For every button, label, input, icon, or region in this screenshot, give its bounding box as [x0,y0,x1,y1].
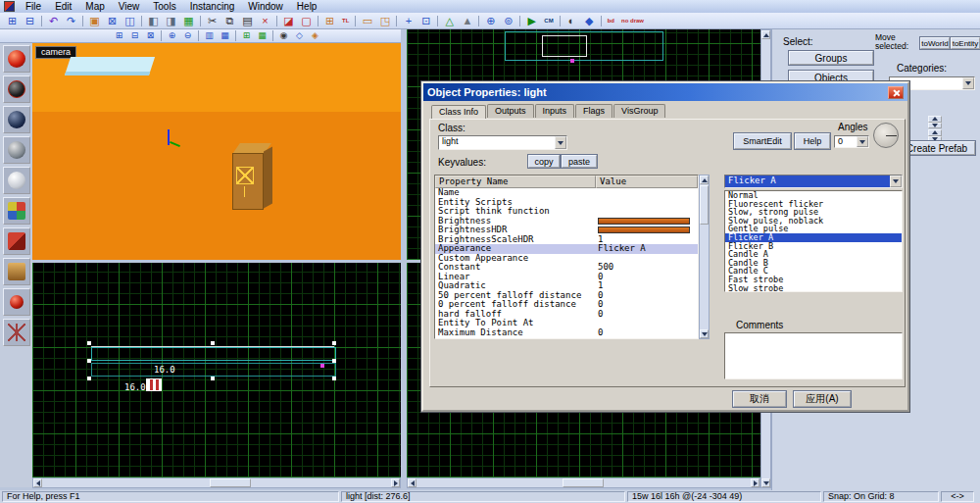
run-map-icon[interactable]: ▶ [523,14,540,28]
scroll-right-icon[interactable] [391,478,400,487]
save-window-state-icon[interactable]: ⊟ [22,14,38,28]
entity-marker[interactable] [570,59,574,63]
property-row[interactable]: Linear0 [435,273,698,282]
smaller-grid-icon[interactable]: ▥ [202,29,217,42]
tab-outputs[interactable]: Outputs [487,104,534,118]
window-2d-xy-icon[interactable]: ⊞ [112,29,126,42]
chevron-down-icon[interactable] [890,176,902,187]
property-row[interactable]: 0 percent falloff distance0 [435,300,698,310]
make-hollow-icon[interactable]: ▢ [298,14,315,28]
texture-view-icon[interactable]: ◈ [308,29,322,42]
to-world-button[interactable]: toWorld [920,37,950,49]
scroll-down-icon[interactable] [761,478,770,487]
property-row[interactable]: AppearanceFlicker A [435,244,698,254]
edit-cordon-icon[interactable]: ◳ [376,14,393,28]
close-icon[interactable] [888,86,904,99]
entity-marker[interactable] [320,364,324,368]
property-row[interactable]: Script think function [435,207,698,217]
selection-handle[interactable] [211,377,215,380]
viewport-3d-camera[interactable]: camera [32,43,401,260]
camera-view-icon[interactable]: ◉ [276,29,291,42]
paste-button[interactable]: paste [562,155,597,168]
comments-textarea[interactable] [724,332,903,379]
property-row[interactable]: Name [435,188,698,198]
viewport-2d-side[interactable]: 16.0 16.0 [32,263,401,478]
copy-icon[interactable]: ⧉ [221,14,238,28]
scroll-up-icon[interactable] [700,176,709,184]
property-table[interactable]: Property Name Value NameEntity ScriptsSc… [434,175,699,339]
appearance-listbox[interactable]: NormalFluorescent flickerSlow, strong pu… [724,190,903,292]
appearance-option[interactable]: Normal [725,191,902,200]
block-tool[interactable] [3,167,30,194]
column-header-value[interactable]: Value [596,176,698,188]
angles-combo[interactable]: 0 [834,135,869,148]
new-visgroup-icon[interactable]: ⊕ [482,14,499,28]
tab-visgroup[interactable]: VisGroup [613,104,665,118]
scrollbar-thumb[interactable] [563,478,604,487]
cancel-button[interactable]: 取消 [733,391,786,407]
solid-mask-icon[interactable]: ▲ [459,14,475,28]
menu-item-window[interactable]: Window [241,0,290,13]
nudge-stepper[interactable] [928,116,942,128]
logical-view-icon[interactable]: ◇ [292,29,307,42]
paste-icon[interactable]: ▤ [239,14,256,28]
brush-outline-teal[interactable] [91,347,336,361]
property-row[interactable]: Custom Appearance [435,254,698,264]
horizontal-scrollbar[interactable] [32,478,401,488]
selection-handle[interactable] [332,377,336,380]
vertex-tool[interactable] [3,319,30,346]
scroll-up-icon[interactable] [761,30,770,39]
block-damage-icon[interactable]: bd [605,14,617,28]
appearance-option[interactable]: Gentle pulse [725,225,902,233]
apply-button[interactable]: 应用(A) [794,391,851,407]
apply-decals-tool[interactable] [3,258,30,285]
copy-button[interactable]: copy [528,155,560,168]
brush-outline-teal[interactable] [91,363,336,377]
undo-icon[interactable]: ↶ [45,14,62,28]
light-entity-wireframe[interactable] [236,167,254,184]
help-button[interactable]: Help [795,133,830,149]
delete-icon[interactable]: × [257,14,273,28]
toggle-cordon-icon[interactable]: ▭ [359,14,375,28]
property-row[interactable]: BrightnessHDR [435,226,698,235]
class-combo[interactable]: light [438,135,567,150]
cut-icon[interactable]: ✂ [204,14,220,28]
apply-current-texture-tool[interactable] [3,227,30,255]
menu-item-help[interactable]: Help [290,0,324,13]
texture-lock-icon[interactable]: TL [339,14,352,28]
appearance-option[interactable]: Candle A [725,250,902,259]
property-row[interactable]: Maximum Distance0 [435,328,698,338]
load-window-state-icon[interactable]: ⊞ [4,14,21,28]
redo-icon[interactable]: ↷ [63,14,79,28]
appearance-option[interactable]: Slow, strong pulse [725,208,902,217]
menu-item-tools[interactable]: Tools [146,0,182,13]
hide-selected-icon[interactable]: ◧ [145,14,162,28]
zoom-in-icon[interactable]: ⊕ [165,29,179,42]
tab-inputs[interactable]: Inputs [535,104,575,118]
carve-icon[interactable]: ◪ [280,14,297,28]
scroll-right-icon[interactable] [751,478,760,487]
select-by-handles-icon[interactable]: + [400,14,416,28]
tab-flags[interactable]: Flags [575,104,612,118]
property-row[interactable]: Brightness [435,217,698,226]
chevron-down-icon[interactable] [962,77,974,89]
camera-tool[interactable] [3,106,30,133]
appearance-option[interactable]: Flicker A [725,233,902,242]
horizontal-scrollbar[interactable] [407,478,760,488]
toggle-group-icon[interactable]: ▣ [86,14,103,28]
property-row[interactable]: BrightnessScaleHDR1 [435,235,698,245]
selection-handle[interactable] [87,377,91,380]
property-table-scrollbar[interactable] [699,175,710,339]
to-entity-button[interactable]: toEntity [951,37,980,49]
smartedit-button[interactable]: SmartEdit [734,133,791,149]
window-2d-xz-icon[interactable]: ⊠ [143,29,158,42]
show-grid-icon[interactable]: ▦ [255,29,270,42]
entity-tool[interactable] [3,136,30,164]
sky-brush[interactable] [65,57,155,75]
larger-grid-icon[interactable]: ▦ [218,29,232,42]
tab-class-info[interactable]: Class Info [431,105,486,119]
angle-dial[interactable] [873,123,899,148]
appearance-option[interactable]: Candle C [725,267,902,276]
scrollbar-thumb[interactable] [210,478,251,487]
group-selection-icon[interactable]: ⊞ [321,14,338,28]
